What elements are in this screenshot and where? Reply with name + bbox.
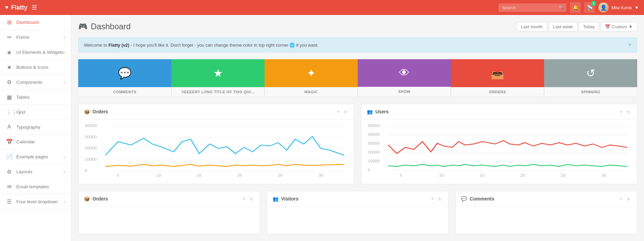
alert-text: Welcome to Flatty (v2) - I hope you'll l… <box>84 43 319 48</box>
stat-card-1[interactable]: ★ VEEEERY LONG TITLE OF THIS QUI... <box>171 59 265 97</box>
bottom-panel-0: 📦 Orders × ∧ <box>78 191 260 234</box>
svg-text:20: 20 <box>237 174 242 177</box>
bottom-panel-1: 👥 Visitors × ∧ <box>267 191 449 234</box>
bottom-panel-collapse-0[interactable]: ∧ <box>248 195 254 202</box>
sidebar-item-email-templates[interactable]: ✉ Email templates <box>0 179 71 194</box>
user-menu[interactable]: 👤 Mila Kunis ▼ <box>598 2 639 13</box>
sidebar-item-typography[interactable]: A Typography <box>0 120 71 134</box>
search-wrapper: 🔍 <box>498 3 566 12</box>
sidebar-item-components[interactable]: ⚙ Components › <box>0 75 71 90</box>
svg-text:20000: 20000 <box>85 146 97 150</box>
stat-card-icon-4: 📥 <box>491 67 504 80</box>
sidebar-item-grid[interactable]: ⋮⋮⋮ Grid <box>0 105 71 120</box>
bottom-panel-controls-2: × ∧ <box>618 195 631 202</box>
orders-chart-svg: 40000 30000 20000 10000 0 <box>84 123 349 177</box>
calendar-nav-icon: 📅 <box>6 139 12 145</box>
svg-text:5: 5 <box>117 174 119 177</box>
bottom-panel-close-2[interactable]: × <box>618 195 624 202</box>
sidebar-label-ui-elements: UI Elements & Widgets <box>16 50 64 55</box>
sidebar-item-layouts[interactable]: ⚙ Layouts › <box>0 164 71 179</box>
sidebar-item-four-level[interactable]: ☰ Four level dropdown › <box>0 194 71 209</box>
orders-icon: 📦 <box>84 109 90 114</box>
page-title-row: 🎮 Dashboard <box>78 22 131 31</box>
svg-text:10000: 10000 <box>368 159 380 163</box>
last-month-button[interactable]: Last month <box>516 22 547 31</box>
sidebar-item-calendar[interactable]: 📅 Calendar <box>0 134 71 149</box>
bottom-panel-collapse-2[interactable]: ∧ <box>625 195 631 202</box>
example-pages-nav-icon: 📄 <box>6 154 12 160</box>
bottom-panel-body-1 <box>267 207 448 234</box>
custom-date-button[interactable]: 📅 Custom ▼ <box>600 22 637 31</box>
rss-button[interactable]: 📡 5 <box>584 2 595 13</box>
bottom-panel-title-0: 📦 Orders <box>84 196 108 202</box>
sidebar-label-buttons-icons: Buttons & Icons <box>16 65 49 70</box>
alert-brand: Flatty (v2) <box>108 43 129 48</box>
dashboard-nav-icon: ⊞ <box>6 19 12 26</box>
bottom-panel-icon-2: 💬 <box>461 196 467 202</box>
stat-card-icon-0: 💬 <box>118 67 132 80</box>
orders-chart-header: 📦 Orders × ∧ <box>79 104 354 119</box>
calendar-icon: 📅 <box>605 24 610 29</box>
svg-text:40000: 40000 <box>368 133 380 136</box>
chevron-icon-example-pages: › <box>64 155 65 159</box>
sidebar-item-dashboard[interactable]: ⊞ Dashboard <box>0 15 71 30</box>
svg-text:5: 5 <box>400 174 402 177</box>
sidebar-item-buttons-icons[interactable]: ★ Buttons & Icons <box>0 60 71 75</box>
stat-card-5[interactable]: ↺ SPINNING <box>544 59 637 97</box>
chevron-icon-components: › <box>64 80 65 84</box>
stat-card-3[interactable]: 👁 SHOW <box>358 59 451 97</box>
sidebar-item-forms[interactable]: ✏ Forms › <box>0 30 71 45</box>
page-title: Dashboard <box>91 22 131 31</box>
svg-text:20000: 20000 <box>368 150 380 154</box>
chevron-icon-forms: › <box>64 35 65 39</box>
bottom-panel-close-1[interactable]: × <box>430 195 435 202</box>
stat-card-icon-area-3: 👁 <box>358 59 451 87</box>
stat-cards: 💬 COMMENTS ★ VEEEERY LONG TITLE OF THIS … <box>78 59 637 97</box>
sidebar-item-ui-elements[interactable]: ◈ UI Elements & Widgets › <box>0 45 71 60</box>
users-close-button[interactable]: × <box>618 108 624 115</box>
last-week-button[interactable]: Last week <box>548 22 577 31</box>
typography-nav-icon: A <box>6 124 12 130</box>
svg-text:15: 15 <box>480 174 485 177</box>
heart-icon: ♥ <box>5 4 9 11</box>
stat-card-icon-area-1: ★ <box>171 59 265 87</box>
svg-text:30: 30 <box>318 174 323 177</box>
svg-text:30000: 30000 <box>85 135 97 139</box>
hamburger-icon[interactable]: ☰ <box>32 4 37 11</box>
stat-card-label-3: SHOW <box>358 87 451 97</box>
alert-close-button[interactable]: × <box>628 42 631 48</box>
svg-text:30000: 30000 <box>368 142 380 145</box>
bottom-panel-close-0[interactable]: × <box>241 195 247 202</box>
stat-card-label-0: COMMENTS <box>78 87 171 97</box>
forms-nav-icon: ✏ <box>6 34 12 41</box>
bottom-panel-controls-0: × ∧ <box>241 195 254 202</box>
sidebar-item-example-pages[interactable]: 📄 Example pages › <box>0 149 71 164</box>
svg-text:10: 10 <box>156 174 161 177</box>
app-logo[interactable]: ♥ Flatty <box>5 4 28 11</box>
users-chart-svg: 50000 40000 30000 20000 10000 0 <box>367 123 631 177</box>
bottom-panel-title-2: 💬 Comments <box>461 196 494 202</box>
orders-collapse-button[interactable]: ∧ <box>342 108 349 115</box>
sidebar-item-tables[interactable]: ▦ Tables <box>0 90 71 105</box>
users-collapse-button[interactable]: ∧ <box>625 108 631 115</box>
notifications-button[interactable]: 🔔 <box>570 2 581 13</box>
svg-text:25: 25 <box>561 174 565 177</box>
today-button[interactable]: Today <box>579 22 599 31</box>
stat-card-0[interactable]: 💬 COMMENTS <box>78 59 171 97</box>
stat-card-icon-5: ↺ <box>586 67 595 80</box>
stat-card-label-4: ORDERS <box>451 87 544 97</box>
stat-card-2[interactable]: ✦ MAGIC <box>265 59 358 97</box>
users-icon: 👥 <box>367 109 373 114</box>
users-chart-header: 👥 Users × ∧ <box>361 104 637 119</box>
stat-card-4[interactable]: 📥 ORDERS <box>451 59 544 97</box>
sidebar-label-components: Components <box>16 80 43 85</box>
svg-text:0: 0 <box>368 168 370 172</box>
sidebar-label-email-templates: Email templates <box>16 184 49 189</box>
orders-close-button[interactable]: × <box>336 108 341 115</box>
bottom-panel-collapse-1[interactable]: ∧ <box>437 195 443 202</box>
sidebar-label-dashboard: Dashboard <box>16 20 39 25</box>
sidebar-label-calendar: Calendar <box>16 139 35 144</box>
sidebar-label-grid: Grid <box>16 110 25 115</box>
search-input[interactable] <box>498 3 566 12</box>
email-templates-nav-icon: ✉ <box>6 183 12 190</box>
